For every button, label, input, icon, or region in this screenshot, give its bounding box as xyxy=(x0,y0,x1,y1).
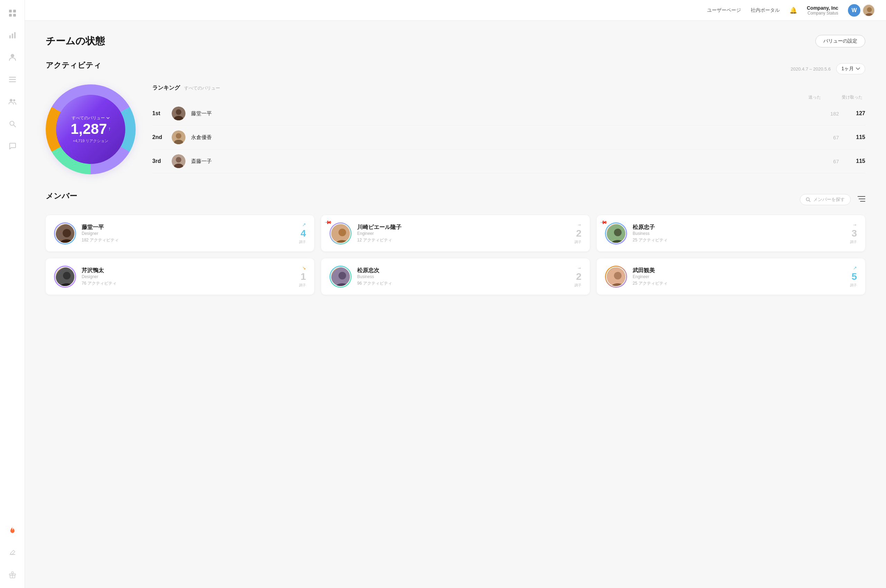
chat-icon[interactable] xyxy=(6,140,19,152)
search-placeholder: メンバーを探す xyxy=(813,196,845,202)
member-arrow-2: → xyxy=(577,222,581,227)
topnav-user-page[interactable]: ユーザーページ xyxy=(707,7,741,14)
member-score-2: 2 xyxy=(576,228,581,239)
rank-3-sent: 67 xyxy=(818,158,839,164)
member-info-1: 藤堂一平 Designer 182 アクティビティ xyxy=(82,224,293,243)
period-label: 1ヶ月 xyxy=(841,66,854,72)
rank-1-num: 1st xyxy=(152,110,166,117)
member-arrow-5: → xyxy=(577,265,581,270)
donut-value: 1,287 ↑ xyxy=(71,121,111,137)
rank-2-sent: 67 xyxy=(818,135,839,140)
member-activity-2: 12 アクティビティ xyxy=(357,237,569,243)
svg-line-31 xyxy=(809,201,811,202)
gift-icon[interactable] xyxy=(6,568,19,581)
member-avatar-4 xyxy=(55,267,75,287)
topnav-portal[interactable]: 社内ポータル xyxy=(751,7,780,14)
svg-point-7 xyxy=(11,54,14,57)
svg-rect-8 xyxy=(9,77,16,78)
svg-rect-2 xyxy=(9,14,12,16)
col-sent: 送った xyxy=(808,94,821,100)
ranking-row-1: 1st 藤堂一平 182 127 xyxy=(152,102,865,126)
donut-outer: すべてのバリュー 1,287 ↑ +4,719 リアクション xyxy=(46,84,136,174)
ranking-columns: 送った 受け取った xyxy=(152,94,865,100)
page-header: チームの状態 バリューの設定 xyxy=(46,34,865,48)
member-role-4: Designer xyxy=(82,274,293,279)
member-card-3: 📌 松原忠子 Business 25 アクティビティ → 3 調子 xyxy=(597,215,865,252)
svg-point-13 xyxy=(10,122,14,126)
member-score-label-6: 調子 xyxy=(850,283,857,288)
svg-point-39 xyxy=(338,229,346,236)
ranking-row-2: 2nd 永倉優香 67 115 xyxy=(152,126,865,149)
donut-sub: +4,719 リアクション xyxy=(73,138,108,144)
member-arrow-3: → xyxy=(853,222,857,227)
rank-2-received: 115 xyxy=(844,134,865,140)
members-section: メンバー メンバーを探す 藤堂一平 xyxy=(46,191,865,295)
member-card-4: 芹沢鴨太 Designer 76 アクティビティ ↘ 1 調子 xyxy=(46,258,314,295)
svg-rect-0 xyxy=(9,10,12,12)
member-score-label-1: 調子 xyxy=(299,240,306,244)
member-score-4: 1 xyxy=(301,271,306,282)
member-search[interactable]: メンバーを探す xyxy=(800,194,851,205)
member-activity-1: 182 アクティビティ xyxy=(82,237,293,243)
sort-icon[interactable] xyxy=(857,196,865,204)
svg-rect-9 xyxy=(9,79,16,80)
svg-line-14 xyxy=(14,125,16,127)
member-score-1: 4 xyxy=(301,228,306,239)
brand-avatar[interactable]: W xyxy=(848,4,860,16)
company-name: Company, Inc xyxy=(807,5,838,11)
activity-section: アクティビティ 2020.4.7 – 2020.5.6 1ヶ月 すべてのバリュー xyxy=(46,60,865,174)
rank-2-num: 2nd xyxy=(152,134,166,140)
member-avatar-wrap-4 xyxy=(54,266,76,288)
member-avatar-wrap-3 xyxy=(605,222,627,244)
notification-bell-icon[interactable]: 🔔 xyxy=(790,7,797,14)
topnav-avatars: W xyxy=(848,4,875,16)
donut-filter-label[interactable]: すべてのバリュー xyxy=(72,115,110,121)
svg-point-48 xyxy=(338,272,346,279)
member-score-wrap-5: → 2 調子 xyxy=(575,265,581,288)
member-name-1: 藤堂一平 xyxy=(82,224,293,231)
member-arrow-1: ↗ xyxy=(302,222,306,227)
member-avatar-wrap-2 xyxy=(329,222,352,244)
setting-button[interactable]: バリューの設定 xyxy=(815,35,865,47)
member-score-label-2: 調子 xyxy=(575,240,581,244)
member-avatar-2 xyxy=(331,224,350,243)
search-icon-sidebar[interactable] xyxy=(6,118,19,130)
member-activity-5: 96 アクティビティ xyxy=(357,280,569,286)
activity-title: アクティビティ xyxy=(46,60,101,70)
page-title: チームの状態 xyxy=(46,34,105,48)
list-icon[interactable] xyxy=(6,74,19,86)
user-avatar[interactable] xyxy=(862,4,875,16)
member-role-2: Engineer xyxy=(357,231,569,236)
member-avatar-wrap-5 xyxy=(329,266,352,288)
member-info-4: 芹沢鴨太 Designer 76 アクティビティ xyxy=(82,267,293,286)
member-avatar-1 xyxy=(55,224,75,243)
member-card-5: 松原忠次 Business 96 アクティビティ → 2 調子 xyxy=(321,258,590,295)
members-header: メンバー メンバーを探す xyxy=(46,191,865,208)
rank-3-received: 115 xyxy=(844,158,865,164)
member-info-6: 武田観美 Engineer 25 アクティビティ xyxy=(633,267,844,286)
main-content: チームの状態 バリューの設定 アクティビティ 2020.4.7 – 2020.5… xyxy=(25,21,886,588)
flame-icon[interactable] xyxy=(6,524,19,537)
rank-3-name: 斎藤一子 xyxy=(191,158,812,165)
member-role-1: Designer xyxy=(82,231,293,236)
rank-1-name: 藤堂一平 xyxy=(191,110,812,117)
team-icon[interactable] xyxy=(6,96,19,108)
member-info-2: 川崎ピエール隆子 Engineer 12 アクティビティ xyxy=(357,224,569,243)
svg-point-22 xyxy=(176,109,181,115)
ranking-table: ランキング すべてのバリュー 送った 受け取った 1st 藤堂一平 182 12… xyxy=(152,84,865,173)
period-dropdown[interactable]: 1ヶ月 xyxy=(836,63,865,74)
member-score-wrap-3: → 3 調子 xyxy=(850,222,857,244)
grid-icon[interactable] xyxy=(6,7,19,20)
donut-inner: すべてのバリュー 1,287 ↑ +4,719 リアクション xyxy=(56,95,125,164)
member-role-5: Business xyxy=(357,274,569,279)
chart-icon[interactable] xyxy=(6,29,19,42)
member-card-2: 📌 川崎ピエール隆子 Engineer 12 アクティビティ → 2 調子 xyxy=(321,215,590,252)
member-info-5: 松原忠次 Business 96 アクティビティ xyxy=(357,267,569,286)
member-info-3: 松原忠子 Business 25 アクティビティ xyxy=(633,224,844,243)
person-icon[interactable] xyxy=(6,51,19,64)
member-name-4: 芹沢鴨太 xyxy=(82,267,293,274)
edit-icon[interactable] xyxy=(6,546,19,559)
member-name-6: 武田観美 xyxy=(633,267,844,274)
ranking-header: ランキング すべてのバリュー xyxy=(152,84,865,92)
member-score-wrap-4: ↘ 1 調子 xyxy=(299,265,306,288)
